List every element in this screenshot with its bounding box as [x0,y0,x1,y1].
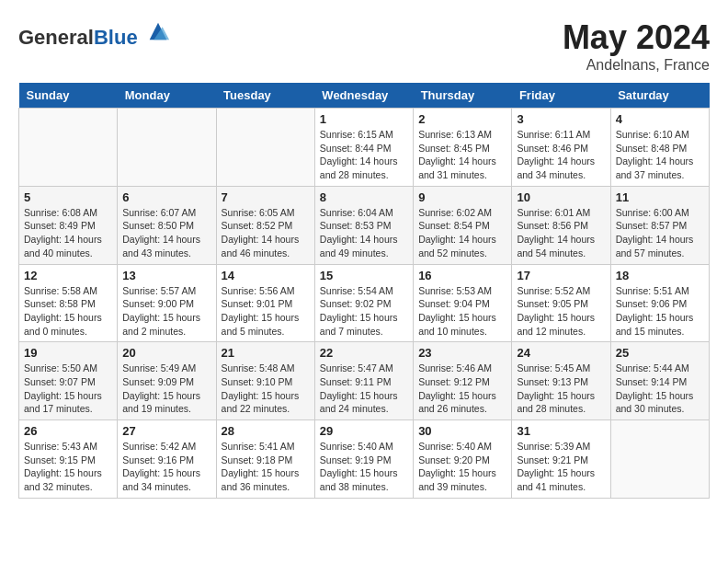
day-number: 31 [517,424,605,438]
location-subtitle: Andelnans, France [563,57,710,74]
day-info: Sunrise: 5:57 AMSunset: 9:00 PMDaylight:… [122,284,210,339]
day-number: 3 [517,112,605,126]
day-info: Sunrise: 6:00 AMSunset: 8:57 PMDaylight:… [616,206,704,260]
calendar-day-cell: 22Sunrise: 5:47 AMSunset: 9:11 PMDayligh… [314,342,413,420]
day-number: 14 [222,269,310,282]
day-number: 29 [320,424,408,438]
day-number: 20 [122,346,210,360]
weekday-header-cell: Tuesday [216,83,314,109]
calendar-day-cell: 9Sunrise: 6:02 AMSunset: 8:54 PMDaylight… [414,186,512,264]
title-area: May 2024 Andelnans, France [563,18,710,74]
logo-icon [145,18,171,44]
day-info: Sunrise: 6:10 AMSunset: 8:48 PMDaylight:… [616,128,704,182]
day-number: 2 [418,112,506,126]
calendar-day-cell [19,109,118,187]
calendar-day-cell: 2Sunrise: 6:13 AMSunset: 8:45 PMDaylight… [414,109,512,187]
day-number: 24 [517,346,605,360]
calendar-day-cell: 23Sunrise: 5:46 AMSunset: 9:12 PMDayligh… [414,342,512,420]
day-number: 11 [616,190,704,204]
day-info: Sunrise: 5:40 AMSunset: 9:20 PMDaylight:… [418,440,506,494]
calendar-week-row: 26Sunrise: 5:43 AMSunset: 9:15 PMDayligh… [19,420,710,499]
calendar-day-cell: 1Sunrise: 6:15 AMSunset: 8:44 PMDaylight… [314,109,413,187]
weekday-header-cell: Saturday [610,83,709,109]
calendar-day-cell: 5Sunrise: 6:08 AMSunset: 8:49 PMDaylight… [19,186,118,264]
calendar-day-cell: 15Sunrise: 5:54 AMSunset: 9:02 PMDayligh… [314,264,413,342]
day-number: 16 [418,269,506,282]
calendar-day-cell [216,109,314,187]
calendar-day-cell: 12Sunrise: 5:58 AMSunset: 8:58 PMDayligh… [19,264,118,342]
day-info: Sunrise: 6:11 AMSunset: 8:46 PMDaylight:… [517,128,605,182]
calendar-day-cell: 27Sunrise: 5:42 AMSunset: 9:16 PMDayligh… [118,420,216,499]
day-info: Sunrise: 5:47 AMSunset: 9:11 PMDaylight:… [320,362,408,416]
day-info: Sunrise: 5:54 AMSunset: 9:02 PMDaylight:… [320,284,408,339]
calendar-day-cell: 11Sunrise: 6:00 AMSunset: 8:57 PMDayligh… [610,186,709,264]
day-info: Sunrise: 5:56 AMSunset: 9:01 PMDaylight:… [222,284,310,339]
day-info: Sunrise: 6:02 AMSunset: 8:54 PMDaylight:… [418,206,506,260]
calendar-week-row: 1Sunrise: 6:15 AMSunset: 8:44 PMDaylight… [19,109,710,187]
day-info: Sunrise: 5:39 AMSunset: 9:21 PMDaylight:… [517,440,605,494]
calendar-day-cell: 20Sunrise: 5:49 AMSunset: 9:09 PMDayligh… [118,342,216,420]
day-number: 5 [24,190,112,204]
day-number: 9 [418,190,506,204]
day-info: Sunrise: 5:58 AMSunset: 8:58 PMDaylight:… [24,284,112,339]
day-number: 10 [517,190,605,204]
day-info: Sunrise: 5:45 AMSunset: 9:13 PMDaylight:… [517,362,605,416]
day-number: 19 [24,346,112,360]
weekday-header-cell: Monday [118,83,216,109]
day-info: Sunrise: 5:48 AMSunset: 9:10 PMDaylight:… [222,362,310,416]
day-number: 8 [320,190,408,204]
page-header: GeneralBlue May 2024 Andelnans, France [18,18,710,74]
day-info: Sunrise: 5:46 AMSunset: 9:12 PMDaylight:… [418,362,506,416]
day-number: 22 [320,346,408,360]
calendar-week-row: 19Sunrise: 5:50 AMSunset: 9:07 PMDayligh… [19,342,710,420]
day-info: Sunrise: 6:07 AMSunset: 8:50 PMDaylight:… [122,206,210,260]
calendar-day-cell: 28Sunrise: 5:41 AMSunset: 9:18 PMDayligh… [216,420,314,499]
calendar-day-cell: 10Sunrise: 6:01 AMSunset: 8:56 PMDayligh… [512,186,610,264]
calendar-day-cell: 25Sunrise: 5:44 AMSunset: 9:14 PMDayligh… [610,342,709,420]
day-info: Sunrise: 5:49 AMSunset: 9:09 PMDaylight:… [122,362,210,416]
calendar-day-cell: 4Sunrise: 6:10 AMSunset: 8:48 PMDaylight… [610,109,709,187]
day-number: 23 [418,346,506,360]
weekday-header-cell: Friday [512,83,610,109]
day-number: 27 [122,424,210,438]
day-info: Sunrise: 6:08 AMSunset: 8:49 PMDaylight:… [24,206,112,260]
calendar-table: SundayMondayTuesdayWednesdayThursdayFrid… [18,83,710,499]
day-number: 26 [24,424,112,438]
calendar-day-cell: 16Sunrise: 5:53 AMSunset: 9:04 PMDayligh… [414,264,512,342]
logo-general-text: General [18,26,94,49]
day-number: 28 [222,424,310,438]
day-info: Sunrise: 6:13 AMSunset: 8:45 PMDaylight:… [418,128,506,182]
calendar-day-cell: 26Sunrise: 5:43 AMSunset: 9:15 PMDayligh… [19,420,118,499]
calendar-day-cell: 29Sunrise: 5:40 AMSunset: 9:19 PMDayligh… [314,420,413,499]
calendar-day-cell: 13Sunrise: 5:57 AMSunset: 9:00 PMDayligh… [118,264,216,342]
day-number: 30 [418,424,506,438]
day-info: Sunrise: 6:04 AMSunset: 8:53 PMDaylight:… [320,206,408,260]
day-info: Sunrise: 5:42 AMSunset: 9:16 PMDaylight:… [122,440,210,494]
day-info: Sunrise: 5:41 AMSunset: 9:18 PMDaylight:… [222,440,310,494]
calendar-day-cell: 17Sunrise: 5:52 AMSunset: 9:05 PMDayligh… [512,264,610,342]
calendar-day-cell: 18Sunrise: 5:51 AMSunset: 9:06 PMDayligh… [610,264,709,342]
day-number: 12 [24,269,112,282]
calendar-day-cell: 7Sunrise: 6:05 AMSunset: 8:52 PMDaylight… [216,186,314,264]
calendar-day-cell: 8Sunrise: 6:04 AMSunset: 8:53 PMDaylight… [314,186,413,264]
day-info: Sunrise: 6:05 AMSunset: 8:52 PMDaylight:… [222,206,310,260]
calendar-day-cell: 6Sunrise: 6:07 AMSunset: 8:50 PMDaylight… [118,186,216,264]
day-info: Sunrise: 5:43 AMSunset: 9:15 PMDaylight:… [24,440,112,494]
calendar-day-cell: 31Sunrise: 5:39 AMSunset: 9:21 PMDayligh… [512,420,610,499]
day-number: 15 [320,269,408,282]
calendar-day-cell: 19Sunrise: 5:50 AMSunset: 9:07 PMDayligh… [19,342,118,420]
calendar-day-cell: 3Sunrise: 6:11 AMSunset: 8:46 PMDaylight… [512,109,610,187]
calendar-week-row: 12Sunrise: 5:58 AMSunset: 8:58 PMDayligh… [19,264,710,342]
calendar-body: 1Sunrise: 6:15 AMSunset: 8:44 PMDaylight… [19,109,710,499]
calendar-day-cell: 21Sunrise: 5:48 AMSunset: 9:10 PMDayligh… [216,342,314,420]
day-number: 6 [122,190,210,204]
weekday-header-row: SundayMondayTuesdayWednesdayThursdayFrid… [19,83,710,109]
weekday-header-cell: Wednesday [314,83,413,109]
calendar-day-cell: 24Sunrise: 5:45 AMSunset: 9:13 PMDayligh… [512,342,610,420]
day-number: 1 [320,112,408,126]
calendar-day-cell: 14Sunrise: 5:56 AMSunset: 9:01 PMDayligh… [216,264,314,342]
day-number: 25 [616,346,704,360]
day-number: 4 [616,112,704,126]
logo: GeneralBlue [18,18,171,49]
day-number: 13 [122,269,210,282]
